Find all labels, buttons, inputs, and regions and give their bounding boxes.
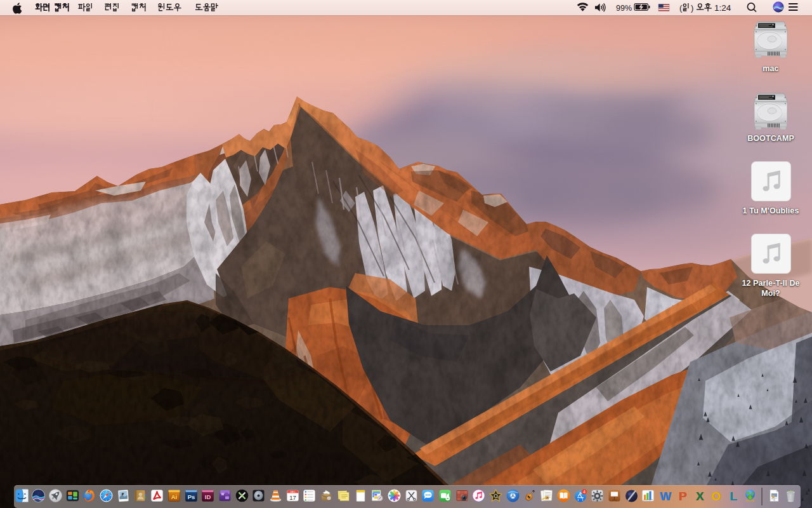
svg-text:): ) <box>691 3 693 13</box>
svg-text:O: O <box>712 490 721 503</box>
svg-text:P: P <box>678 490 686 503</box>
svg-text:Ps: Ps <box>187 493 195 500</box>
svg-text:rtf: rtf <box>773 499 775 502</box>
svg-text:L: L <box>730 490 737 503</box>
svg-text:17: 17 <box>289 494 296 501</box>
svg-text:W: W <box>660 490 671 503</box>
svg-text:ID: ID <box>205 493 211 500</box>
svg-text:X: X <box>695 490 704 503</box>
svg-text:Ai: Ai <box>171 493 178 500</box>
svg-text:1:24: 1:24 <box>714 3 731 13</box>
svg-text:DEC: DEC <box>290 491 295 493</box>
svg-text:99%: 99% <box>616 4 632 13</box>
svg-text:4: 4 <box>583 490 586 494</box>
svg-text:(: ( <box>679 3 683 13</box>
svg-text:@: @ <box>328 497 331 500</box>
